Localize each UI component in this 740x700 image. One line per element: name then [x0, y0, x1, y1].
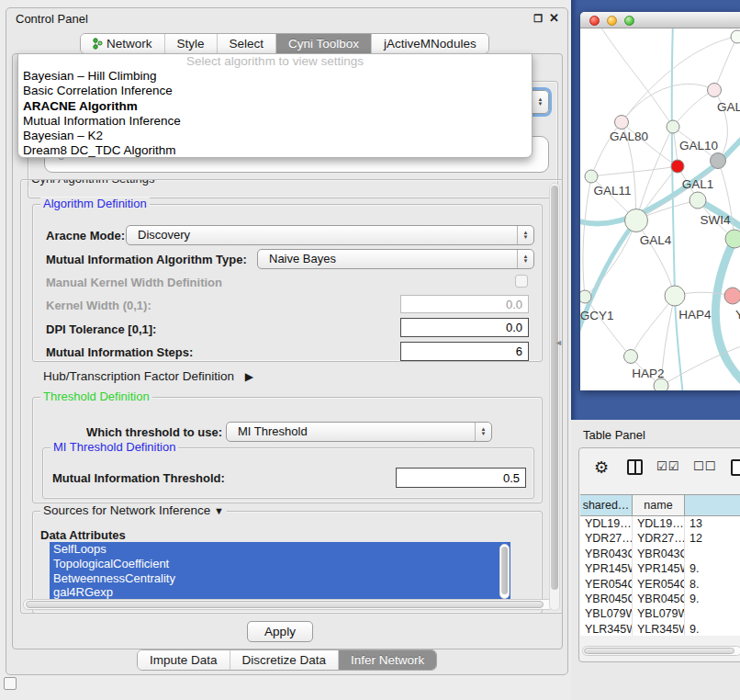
attribute-list-item[interactable]: gal4RGexp: [50, 585, 510, 600]
attributes-list-scrollbar[interactable]: [499, 544, 510, 599]
table-cell: YDL19…: [580, 516, 633, 531]
network-node-gal7[interactable]: [708, 84, 722, 97]
table-row[interactable]: YBL079WYBL079W: [580, 606, 740, 621]
aracne-mode-combobox[interactable]: Discovery ▲▼: [126, 225, 534, 245]
columns-icon[interactable]: [627, 459, 643, 475]
settings-vscrollbar[interactable]: [549, 183, 560, 611]
manual-kernel-label: Manual Kernel Width Definition: [46, 276, 222, 289]
stepper-icon[interactable]: ▲▼: [475, 423, 491, 441]
stepper-icon[interactable]: ▲▼: [517, 226, 533, 244]
table-row[interactable]: YDL19…YDL19…13: [580, 516, 740, 531]
tab-label: jActiveMNodules: [384, 34, 477, 53]
stepper-icon[interactable]: ▲▼: [532, 91, 548, 113]
gear-icon[interactable]: ⚙: [594, 459, 609, 476]
dropdown-item[interactable]: Bayesian – Hill Climbing: [18, 69, 532, 84]
table-cell: YDR27…: [580, 531, 633, 546]
close-window-icon[interactable]: ✕: [549, 11, 559, 25]
manual-kernel-checkbox[interactable]: [515, 275, 528, 288]
collapsed-panel-icon[interactable]: [4, 677, 17, 690]
tab-style[interactable]: Style: [165, 34, 218, 53]
table-column-header[interactable]: [685, 495, 740, 515]
dropdown-item[interactable]: Basic Correlation Inference: [18, 84, 532, 98]
attribute-list-item[interactable]: SelfLoops: [50, 542, 510, 557]
minimize-traffic-light-icon[interactable]: [607, 16, 617, 26]
kernel-width-field[interactable]: 0.0: [400, 295, 529, 313]
tab-cyni-toolbox[interactable]: Cyni Toolbox: [276, 34, 372, 53]
hub-definition-toggle[interactable]: Hub/Transcription Factor Definition ▶: [43, 369, 253, 383]
tab-impute-data[interactable]: Impute Data: [138, 650, 230, 670]
tab-discretize-data[interactable]: Discretize Data: [230, 650, 340, 670]
dpi-tolerance-field[interactable]: 0.0: [400, 318, 529, 337]
mi-type-combobox[interactable]: Naive Bayes ▲▼: [257, 249, 534, 269]
dropdown-item[interactable]: Dream8 DC_TDC Algorithm: [18, 143, 532, 158]
network-edge[interactable]: [636, 220, 675, 296]
float-window-icon[interactable]: ❐: [533, 13, 543, 25]
dropdown-item[interactable]: ARACNE Algorithm: [18, 99, 532, 114]
deselect-all-checkboxes-icon[interactable]: ☐☐: [693, 459, 716, 473]
network-node[interactable]: [671, 160, 684, 173]
dropdown-item[interactable]: Mutual Information Inference: [18, 114, 532, 129]
network-window-titlebar[interactable]: [580, 12, 740, 28]
tab-jactivemnodules[interactable]: jActiveMNodules: [372, 34, 488, 53]
network-node-label: GAL10: [679, 139, 718, 152]
select-all-checkboxes-icon[interactable]: ☑☑: [656, 459, 679, 473]
mi-steps-field[interactable]: 6: [400, 342, 529, 361]
table-row[interactable]: YER054CYER054C8.: [580, 577, 740, 592]
table-cell: YBR043C: [633, 547, 685, 561]
mi-threshold-field[interactable]: 0.5: [396, 468, 526, 488]
network-node-gal4[interactable]: [625, 209, 648, 232]
attribute-list-item[interactable]: TopologicalCoefficient: [50, 557, 510, 571]
attribute-list-item[interactable]: BetweennessCentrality: [50, 571, 510, 586]
network-edge[interactable]: [583, 176, 591, 297]
stepper-icon[interactable]: ▲▼: [517, 250, 533, 268]
network-node[interactable]: [711, 153, 726, 169]
collapse-down-icon[interactable]: ▼: [214, 505, 224, 516]
table-row[interactable]: YBR043CYBR043C: [580, 547, 740, 561]
table-row[interactable]: YBR045CYBR045C9.: [580, 592, 740, 606]
network-node-gal80[interactable]: [615, 116, 629, 130]
tab-network[interactable]: Network: [81, 34, 165, 53]
apply-button[interactable]: Apply: [247, 621, 313, 642]
settings-hscrollbar[interactable]: [23, 599, 554, 610]
network-node-gal1[interactable]: [690, 192, 706, 209]
network-node-gal10[interactable]: [667, 120, 679, 133]
table-column-header[interactable]: name: [633, 495, 685, 515]
table-cell: YLR345W: [633, 622, 685, 636]
network-edge[interactable]: [673, 90, 714, 127]
network-edge[interactable]: [718, 161, 734, 239]
data-attributes-list[interactable]: SelfLoopsTopologicalCoefficientBetweenne…: [50, 542, 510, 601]
network-node-label: GAL1: [682, 177, 714, 191]
hub-definition-label: Hub/Transcription Factor Definition: [43, 369, 234, 383]
zoom-traffic-light-icon[interactable]: [624, 16, 634, 26]
dropdown-item[interactable]: Bayesian – K2: [18, 129, 532, 143]
network-node-label: GAL4: [640, 233, 672, 247]
network-edge[interactable]: [714, 37, 737, 90]
network-node-y[interactable]: [724, 288, 740, 304]
network-edge[interactable]: [580, 220, 636, 345]
table-row[interactable]: YLR345WYLR345W9.: [580, 622, 740, 636]
network-node-hap4[interactable]: [665, 286, 685, 306]
network-edge[interactable]: [672, 28, 683, 390]
tab-infer-network[interactable]: Infer Network: [339, 650, 436, 670]
network-edge[interactable]: [585, 297, 631, 356]
network-edge[interactable]: [622, 84, 714, 122]
network-node-hap2[interactable]: [624, 350, 638, 364]
which-threshold-combobox[interactable]: MI Threshold ▲▼: [226, 422, 492, 442]
table-cell: 12: [685, 531, 740, 546]
splitter-arrow-icon[interactable]: ◄: [555, 338, 563, 347]
table-hscrollbar[interactable]: [582, 646, 740, 656]
tab-select[interactable]: Select: [218, 34, 277, 53]
table-column-header[interactable]: shared…: [580, 495, 633, 515]
network-canvas[interactable]: GAL7GAL80GAL10GAL1GAL11GAL4SWI4GCY1HAP4Y…: [580, 28, 740, 390]
network-edge[interactable]: [591, 166, 678, 176]
network-node-gal11[interactable]: [585, 170, 598, 183]
export-table-icon[interactable]: [731, 459, 740, 476]
table-row[interactable]: YPR145WYPR145W9.: [580, 561, 740, 576]
table-row[interactable]: YDR27…YDR27…12: [580, 531, 740, 546]
threshold-definition-group: Threshold Definition Which threshold to …: [32, 397, 543, 503]
network-node-gcy1[interactable]: [580, 290, 591, 303]
network-node[interactable]: [731, 30, 740, 43]
close-traffic-light-icon[interactable]: [589, 16, 600, 26]
network-node-swi4[interactable]: [725, 230, 740, 248]
network-node-label: HAP2: [632, 367, 664, 380]
